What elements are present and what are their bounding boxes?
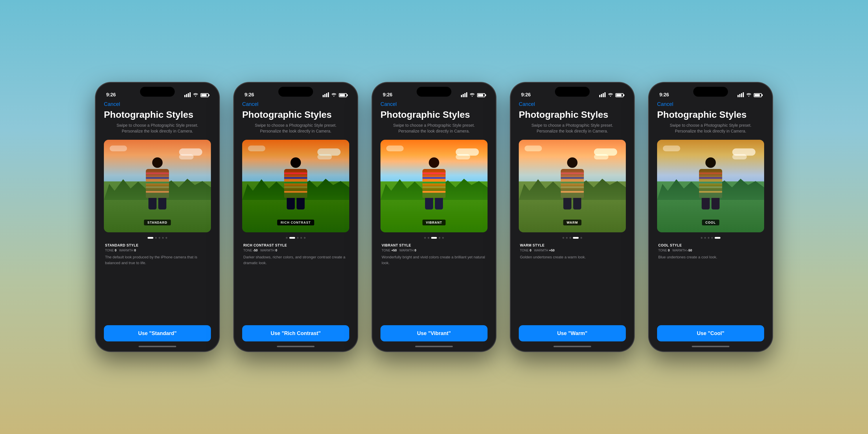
photo-container: STANDARD <box>104 140 211 232</box>
photo-container: RICH CONTRAST <box>242 140 349 232</box>
phones-container: 9:26 CancelPhotographic StylesSwipe to c… <box>78 82 790 352</box>
signal-bars-icon <box>184 93 191 97</box>
dynamic-island <box>693 87 728 97</box>
style-description: Darker shadows, richer colors, and stron… <box>243 254 348 266</box>
home-indicator <box>649 341 772 351</box>
style-label: RICH CONTRAST <box>277 220 314 225</box>
cancel-button[interactable]: Cancel <box>380 101 397 107</box>
page-title: Photographic Styles <box>104 110 211 120</box>
style-label: COOL <box>702 220 719 225</box>
wifi-icon <box>193 93 198 98</box>
wifi-icon <box>608 93 613 98</box>
cancel-button[interactable]: Cancel <box>519 101 535 107</box>
status-time: 9:26 <box>383 92 392 98</box>
dynamic-island <box>555 87 590 97</box>
nav-bar: Cancel <box>511 100 634 110</box>
style-name: VIBRANT STYLE <box>382 243 486 247</box>
status-time: 9:26 <box>245 92 254 98</box>
signal-bars-icon <box>599 93 606 97</box>
page-subtitle: Swipe to choose a Photographic Style pre… <box>104 123 211 134</box>
page-title: Photographic Styles <box>380 110 488 120</box>
use-style-button[interactable]: Use "Vibrant" <box>380 325 488 341</box>
home-indicator <box>96 341 219 351</box>
style-label: WARM <box>563 220 582 225</box>
battery-icon <box>339 93 347 97</box>
wifi-icon <box>470 93 475 98</box>
dynamic-island <box>278 87 313 97</box>
phone-rich-contrast: 9:26 CancelPhotographic StylesSwipe to c… <box>234 82 358 352</box>
style-description: The default look produced by the iPhone … <box>105 254 210 266</box>
signal-bars-icon <box>461 93 467 97</box>
signal-bars-icon <box>738 93 744 97</box>
style-params: TONE +50 WARMTH 0 <box>382 249 486 252</box>
nav-bar: Cancel <box>372 100 496 110</box>
style-description: Wonderfully bright and vivid colors crea… <box>382 254 486 266</box>
use-style-button[interactable]: Use "Standard" <box>104 325 211 341</box>
page-dots <box>657 237 764 239</box>
status-time: 9:26 <box>659 92 669 98</box>
status-time: 9:26 <box>106 92 116 98</box>
page-dots <box>519 237 626 239</box>
page-title: Photographic Styles <box>519 110 626 120</box>
home-indicator <box>372 341 496 351</box>
style-params: TONE -50 WARMTH 0 <box>243 249 348 252</box>
page-dots <box>380 237 488 239</box>
home-indicator <box>511 341 634 351</box>
wifi-icon <box>331 93 337 98</box>
use-style-button[interactable]: Use "Cool" <box>657 325 764 341</box>
page-subtitle: Swipe to choose a Photographic Style pre… <box>242 123 349 134</box>
phone-standard: 9:26 CancelPhotographic StylesSwipe to c… <box>95 82 220 352</box>
style-description: Golden undertones create a warm look. <box>520 254 625 260</box>
style-label: VIBRANT <box>423 220 445 225</box>
wifi-icon <box>746 93 751 98</box>
page-title: Photographic Styles <box>242 110 349 120</box>
style-params: TONE 0 WARMTH 0 <box>105 249 210 252</box>
phone-warm: 9:26 CancelPhotographic StylesSwipe to c… <box>510 82 634 352</box>
home-indicator <box>234 341 357 351</box>
photo-container: VIBRANT <box>380 140 488 232</box>
style-name: COOL STYLE <box>658 243 763 247</box>
battery-icon <box>615 93 623 97</box>
cancel-button[interactable]: Cancel <box>657 101 673 107</box>
use-style-button[interactable]: Use "Warm" <box>519 325 626 341</box>
nav-bar: Cancel <box>234 100 357 110</box>
use-style-button[interactable]: Use "Rich Contrast" <box>242 325 349 341</box>
page-subtitle: Swipe to choose a Photographic Style pre… <box>657 123 764 134</box>
status-time: 9:26 <box>521 92 531 98</box>
style-name: STANDARD STYLE <box>105 243 210 247</box>
battery-icon <box>200 93 209 97</box>
photo-container: WARM <box>519 140 626 232</box>
nav-bar: Cancel <box>649 100 772 110</box>
style-name: RICH CONTRAST STYLE <box>243 243 348 247</box>
battery-icon <box>477 93 485 97</box>
style-params: TONE 0 WARMTH +50 <box>520 249 625 252</box>
dynamic-island <box>416 87 452 97</box>
page-dots <box>104 237 211 239</box>
battery-icon <box>754 93 762 97</box>
style-description: Blue undertones create a cool look. <box>658 254 763 260</box>
page-subtitle: Swipe to choose a Photographic Style pre… <box>380 123 488 134</box>
page-dots <box>242 237 349 239</box>
phone-cool: 9:26 CancelPhotographic StylesSwipe to c… <box>648 82 773 352</box>
page-subtitle: Swipe to choose a Photographic Style pre… <box>519 123 626 134</box>
cancel-button[interactable]: Cancel <box>104 101 120 107</box>
phone-vibrant: 9:26 CancelPhotographic StylesSwipe to c… <box>372 82 496 352</box>
style-label: STANDARD <box>144 220 171 225</box>
cancel-button[interactable]: Cancel <box>242 101 258 107</box>
dynamic-island <box>140 87 175 97</box>
photo-container: COOL <box>657 140 764 232</box>
page-title: Photographic Styles <box>657 110 764 120</box>
style-params: TONE 0 WARMTH -50 <box>658 249 763 252</box>
style-name: WARM STYLE <box>520 243 625 247</box>
signal-bars-icon <box>322 93 329 97</box>
nav-bar: Cancel <box>96 100 219 110</box>
